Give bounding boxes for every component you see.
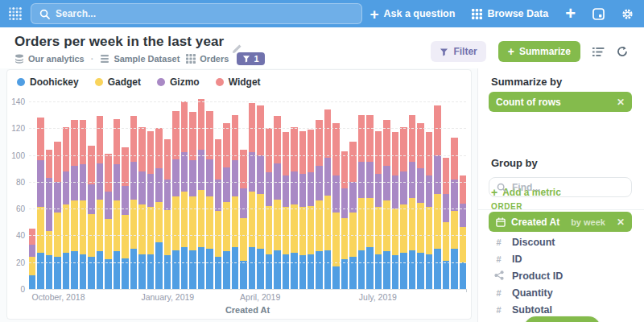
- bar-segment-doohickey[interactable]: [443, 261, 449, 289]
- bar-segment-gizmo[interactable]: [155, 168, 162, 202]
- bar-segment-gadget[interactable]: [308, 206, 314, 254]
- bar-segment-gizmo[interactable]: [138, 171, 145, 205]
- bar-segment-gadget[interactable]: [198, 190, 204, 248]
- bar-segment-widget[interactable]: [443, 158, 449, 194]
- bar-segment-widget[interactable]: [283, 132, 289, 175]
- bar-segment-doohickey[interactable]: [409, 250, 415, 289]
- bar-segment-gizmo[interactable]: [147, 174, 154, 208]
- gear-icon[interactable]: [621, 8, 634, 20]
- bar-segment-gadget[interactable]: [215, 211, 221, 257]
- bar-segment-doohickey[interactable]: [434, 249, 440, 289]
- bar-segment-widget[interactable]: [417, 123, 423, 169]
- bar-segment-gadget[interactable]: [147, 207, 154, 254]
- bar-segment-gadget[interactable]: [189, 196, 196, 250]
- bar-segment-gizmo[interactable]: [324, 158, 331, 196]
- bar-segment-doohickey[interactable]: [266, 254, 272, 289]
- new-item-icon[interactable]: +: [565, 5, 576, 23]
- bar-segment-widget[interactable]: [274, 116, 280, 163]
- bar-segment-gizmo[interactable]: [383, 166, 390, 200]
- bar-segment-gadget[interactable]: [105, 219, 111, 259]
- bar-segment-widget[interactable]: [299, 131, 306, 174]
- bar-segment-widget[interactable]: [349, 142, 356, 182]
- field-item-quantity[interactable]: #Quantity: [478, 284, 644, 301]
- bar-segment-doohickey[interactable]: [147, 254, 154, 289]
- bar-segment-widget[interactable]: [114, 119, 120, 165]
- bar-segment-widget[interactable]: [316, 120, 322, 166]
- bar-segment-doohickey[interactable]: [155, 242, 162, 289]
- bar-segment-doohickey[interactable]: [332, 266, 339, 289]
- bar-segment-gizmo[interactable]: [257, 155, 263, 194]
- bar-segment-doohickey[interactable]: [240, 261, 246, 289]
- bar-segment-gadget[interactable]: [400, 204, 407, 253]
- bar-segment-widget[interactable]: [341, 151, 348, 189]
- bar-segment-doohickey[interactable]: [97, 251, 103, 289]
- bar-segment-gizmo[interactable]: [71, 166, 77, 200]
- bar-segment-doohickey[interactable]: [341, 259, 348, 289]
- filter-button[interactable]: Filter: [431, 41, 485, 62]
- bar-segment-gadget[interactable]: [172, 196, 179, 250]
- bar-segment-doohickey[interactable]: [392, 255, 398, 289]
- ask-question-button[interactable]: + Ask a question: [369, 6, 455, 22]
- bar-segment-doohickey[interactable]: [181, 247, 188, 289]
- bar-segment-doohickey[interactable]: [375, 254, 382, 289]
- bar-segment-widget[interactable]: [324, 109, 331, 158]
- bar-segment-gadget[interactable]: [409, 198, 415, 250]
- bar-segment-gadget[interactable]: [232, 196, 238, 247]
- bar-segment-gadget[interactable]: [122, 215, 128, 258]
- bar-segment-gizmo[interactable]: [358, 162, 365, 198]
- bar-segment-doohickey[interactable]: [71, 251, 77, 289]
- bar-segment-gadget[interactable]: [29, 257, 35, 275]
- bar-segment-widget[interactable]: [80, 120, 86, 164]
- bar-segment-widget[interactable]: [215, 139, 221, 180]
- bar-segment-widget[interactable]: [155, 128, 162, 168]
- bar-segment-widget[interactable]: [232, 115, 238, 161]
- bar-segment-doohickey[interactable]: [400, 253, 407, 289]
- bar-segment-widget[interactable]: [451, 138, 457, 180]
- bar-segment-gizmo[interactable]: [291, 171, 297, 205]
- bar-segment-gadget[interactable]: [266, 206, 272, 254]
- bar-segment-gizmo[interactable]: [46, 178, 52, 232]
- bar-segment-widget[interactable]: [189, 112, 196, 160]
- breadcrumb-dataset[interactable]: Sample Dataset: [100, 54, 180, 64]
- bar-segment-doohickey[interactable]: [460, 262, 466, 289]
- bar-segment-doohickey[interactable]: [164, 255, 171, 289]
- bar-segment-gizmo[interactable]: [37, 160, 43, 207]
- view-list-icon[interactable]: [592, 47, 605, 57]
- dimension-granularity[interactable]: by week: [571, 217, 605, 227]
- bar-segment-gizmo[interactable]: [88, 184, 94, 214]
- remove-metric-icon[interactable]: ✕: [617, 97, 625, 108]
- bar-segment-widget[interactable]: [46, 150, 52, 178]
- dimension-pill-created-at[interactable]: Created At by week ✕: [489, 212, 632, 232]
- bar-segment-doohickey[interactable]: [29, 275, 35, 289]
- bar-segment-gizmo[interactable]: [409, 162, 415, 198]
- bar-segment-widget[interactable]: [257, 105, 263, 155]
- bar-segment-widget[interactable]: [54, 142, 60, 182]
- field-item-discount[interactable]: #Discount: [478, 233, 644, 250]
- bar-segment-widget[interactable]: [88, 146, 94, 184]
- bar-segment-gizmo[interactable]: [240, 188, 246, 218]
- bar-segment-gadget[interactable]: [181, 192, 188, 248]
- bar-segment-doohickey[interactable]: [46, 255, 52, 289]
- bar-segment-gadget[interactable]: [206, 196, 213, 249]
- find-input[interactable]: Find...: [489, 177, 632, 197]
- bar-segment-widget[interactable]: [266, 128, 272, 172]
- bar-segment-doohickey[interactable]: [223, 251, 229, 289]
- bar-segment-gadget[interactable]: [358, 198, 365, 250]
- bar-segment-widget[interactable]: [71, 120, 77, 166]
- bar-segment-doohickey[interactable]: [172, 250, 179, 289]
- bar-segment-widget[interactable]: [400, 127, 407, 171]
- breadcrumb-collection[interactable]: Our analytics: [14, 54, 85, 64]
- bar-segment-gizmo[interactable]: [392, 175, 398, 209]
- search-input[interactable]: Search...: [31, 3, 362, 24]
- bar-segment-gizmo[interactable]: [400, 171, 407, 205]
- bar-segment-widget[interactable]: [206, 111, 213, 159]
- bar-segment-widget[interactable]: [138, 127, 145, 171]
- bar-segment-gizmo[interactable]: [223, 167, 229, 202]
- browse-data-button[interactable]: Browse Data: [472, 8, 548, 19]
- bar-segment-doohickey[interactable]: [63, 253, 69, 289]
- bar-segment-gizmo[interactable]: [232, 160, 238, 196]
- bar-segment-widget[interactable]: [164, 139, 171, 180]
- bar-segment-doohickey[interactable]: [80, 254, 86, 289]
- bar-segment-doohickey[interactable]: [291, 253, 297, 289]
- bar-segment-gizmo[interactable]: [105, 192, 111, 220]
